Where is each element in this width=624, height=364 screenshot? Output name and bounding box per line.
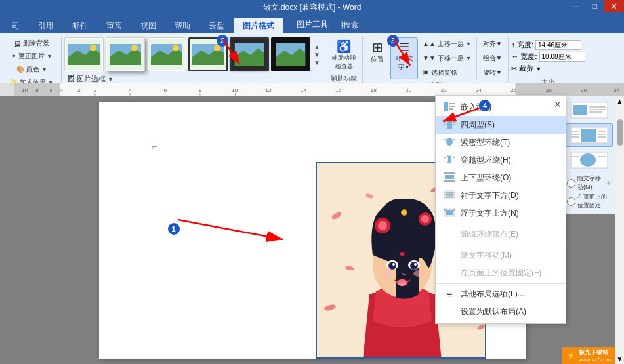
svg-text:14: 14 — [301, 87, 307, 93]
svg-rect-119 — [444, 209, 446, 211]
correction-btn[interactable]: ✦ 更正图片 ▼ — [8, 51, 56, 62]
tab-cloud[interactable]: 云盘 — [199, 18, 234, 33]
svg-rect-111 — [444, 180, 455, 182]
menu-item-through[interactable]: 穿越型环绕(H) — [436, 152, 566, 169]
badge-2: 2 — [217, 35, 228, 47]
tab-view[interactable]: 视图 — [131, 18, 165, 33]
tab-home[interactable]: 司 — [3, 18, 29, 33]
style-thumb-3[interactable] — [147, 37, 186, 71]
behind-icon — [444, 190, 455, 201]
svg-line-77 — [178, 220, 283, 239]
svg-text:34: 34 — [614, 87, 620, 93]
search-tab[interactable]: 操作说明搜索 — [312, 20, 359, 31]
align-btn[interactable]: 对齐▼ — [480, 37, 506, 51]
scrollbar-thumb[interactable] — [617, 119, 623, 146]
menu-item-inline[interactable]: 嵌入型(I) — [436, 98, 566, 116]
menu-item-default-label: 设置为默认布局(A) — [461, 306, 526, 317]
fix-position-radio[interactable]: 在页面上的位置固定 — [567, 193, 611, 210]
wrap-inline-btn[interactable] — [566, 99, 613, 121]
svg-text:4: 4 — [129, 87, 132, 93]
group-btn[interactable]: 组合▼ — [480, 52, 506, 65]
tab-mail[interactable]: 邮件 — [63, 18, 97, 33]
menu-item-through-label: 穿越型环绕(H) — [461, 155, 511, 166]
svg-text:8: 8 — [199, 87, 202, 93]
menu-item-behind-label: 衬于文字下方(D) — [461, 190, 519, 201]
close-btn[interactable]: ✕ — [604, 0, 624, 12]
wrap-tight-btn[interactable] — [566, 149, 613, 171]
watermark: ⚡ 极光下载站 www.xz7.com — [562, 347, 615, 364]
move-with-text-radio[interactable]: 随文字移动(M) ① — [567, 174, 611, 192]
svg-text:28: 28 — [545, 87, 552, 93]
svg-rect-101 — [444, 124, 446, 125]
arrange-group: ⊞ 位置 ☰ 环绕文 字▼ ▲▲ 上移一层▼ ▼▼ 下移一层▼ — [363, 36, 509, 83]
svg-text:12: 12 — [265, 87, 272, 93]
color-btn[interactable]: 🎨 颜色 ▼ — [13, 64, 51, 75]
svg-text:26: 26 — [510, 87, 517, 93]
svg-rect-98 — [449, 108, 453, 110]
svg-point-55 — [378, 221, 387, 230]
minimize-btn[interactable]: ─ — [567, 0, 586, 12]
maximize-btn[interactable]: □ — [586, 0, 604, 12]
menu-item-tight[interactable]: 紧密型环绕(T) — [436, 134, 566, 152]
menu-item-more-label: 其他布局选项(L)... — [461, 289, 524, 300]
inline-icon — [444, 102, 455, 113]
menu-item-more-layout[interactable]: ≡ 其他布局选项(L)... — [436, 285, 566, 303]
svg-rect-108 — [453, 157, 455, 158]
height-input[interactable] — [535, 40, 581, 50]
menu-item-fix-label: 在页面上的位置固定(F) — [461, 268, 541, 279]
remove-bg-btn[interactable]: 🖼 删除背景 — [11, 37, 52, 49]
tab-review[interactable]: 审阅 — [97, 18, 131, 33]
svg-point-92 — [580, 153, 596, 167]
menu-item-behind[interactable]: 衬于文字下方(D) — [436, 187, 566, 205]
menu-close-btn[interactable]: ✕ — [554, 100, 562, 109]
menu-item-square[interactable]: 四周型(S) — [436, 116, 566, 134]
scrollbar-vertical[interactable]: ▲ ▼ — [615, 96, 624, 364]
menu-item-tight-label: 紧密型环绕(T) — [461, 137, 510, 148]
svg-rect-106 — [453, 139, 455, 140]
style-thumb-2[interactable] — [106, 37, 145, 71]
svg-point-104 — [446, 138, 453, 146]
svg-rect-84 — [581, 129, 596, 142]
width-input[interactable] — [539, 52, 585, 62]
watermark-name: 极光下载站 — [579, 348, 611, 357]
style-thumb-1[interactable] — [64, 37, 104, 71]
crop-label: ✂ 裁剪 — [511, 64, 533, 73]
svg-rect-115 — [444, 194, 455, 195]
send-backward-btn[interactable]: ▼▼ 下移一层▼ — [419, 52, 475, 65]
menu-item-square-label: 四周型(S) — [461, 119, 495, 131]
position-btn[interactable]: ⊞ 位置 — [365, 37, 389, 79]
svg-text:10: 10 — [232, 87, 238, 93]
badge-3: 3 — [387, 35, 399, 47]
divider-3 — [436, 283, 566, 284]
svg-text:18: 18 — [370, 87, 377, 93]
svg-point-57 — [421, 215, 429, 223]
menu-item-topbottom[interactable]: 上下型环绕(O) — [436, 169, 566, 187]
gallery-scroll[interactable]: ▲ ▼ ▼ — [312, 43, 322, 66]
svg-rect-86 — [571, 134, 579, 135]
svg-text:2: 2 — [77, 87, 81, 93]
bring-forward-btn[interactable]: ▲▲ 上移一层▼ — [419, 37, 475, 51]
ruler: 10 8 6 4 2 2 4 6 8 10 12 14 16 18 20 22 … — [0, 83, 624, 96]
tab-help[interactable]: 帮助 — [165, 18, 199, 33]
tab-picture-format[interactable]: 图片格式 — [234, 18, 283, 33]
wrap-square-btn[interactable] — [566, 123, 613, 147]
accessibility-btn[interactable]: ♿ 辅助功能 检查器 — [328, 37, 360, 73]
selection-pane-btn[interactable]: ▣ 选择窗格 — [419, 66, 475, 79]
menu-item-infront[interactable]: 浮于文字上方(N) — [436, 205, 566, 222]
ribbon: 🖼 删除背景 ✦ 更正图片 ▼ 🎨 颜色 ▼ ✨ 艺术效果 ▼ 调整 — [0, 33, 624, 83]
svg-rect-96 — [449, 103, 455, 104]
style-thumb-5[interactable] — [230, 37, 269, 71]
svg-rect-99 — [447, 119, 452, 129]
title-bar: 散文.docx [兼容模式] - Word ─ □ ✕ — [0, 0, 624, 15]
menu-item-infront-label: 浮于文字上方(N) — [461, 208, 519, 219]
tab-references[interactable]: 引用 — [29, 18, 63, 33]
title-text: 散文.docx [兼容模式] - Word — [5, 2, 619, 13]
height-label: ↕ 高度: — [511, 40, 533, 50]
menu-item-set-default[interactable]: 设置为默认布局(A) — [436, 303, 566, 321]
svg-point-59 — [402, 211, 406, 214]
svg-rect-102 — [453, 121, 455, 123]
svg-rect-116 — [444, 197, 455, 198]
style-thumb-6[interactable] — [271, 37, 310, 71]
svg-text:2: 2 — [94, 87, 97, 93]
rotate-btn[interactable]: 旋转▼ — [480, 66, 506, 79]
